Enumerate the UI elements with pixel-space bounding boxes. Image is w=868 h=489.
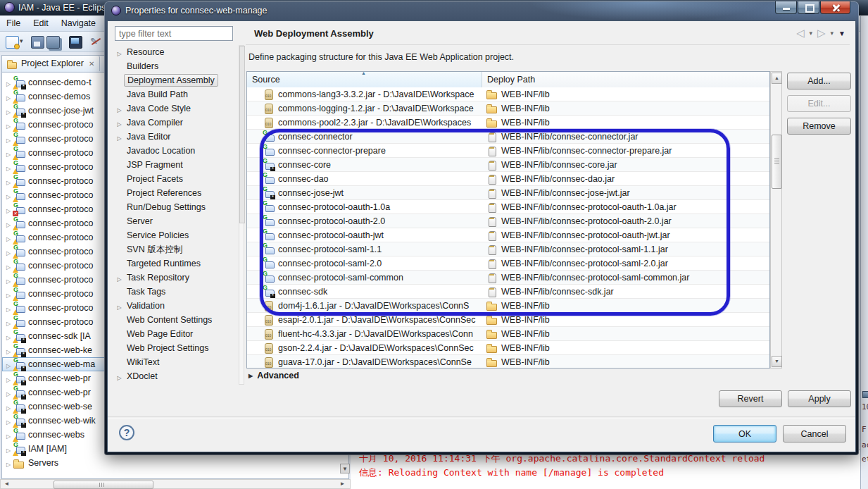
table-row[interactable]: connsec-connector-prepare WEB-INF/lib/co… [247, 144, 769, 158]
table-row[interactable]: gson-2.2.4.jar - D:\JavaIDE\Workspaces\C… [247, 341, 769, 355]
expand-arrow-icon[interactable] [4, 273, 13, 286]
new-wizard-icon[interactable] [6, 36, 19, 49]
expand-arrow-icon[interactable] [4, 189, 13, 202]
expand-arrow-icon[interactable] [4, 428, 13, 441]
expand-arrow-icon[interactable] [115, 130, 124, 143]
table-row[interactable]: dom4j-1.6.1.jar - D:\JavaIDE\Workspaces\… [247, 299, 769, 313]
expand-arrow-icon[interactable] [115, 342, 124, 354]
expand-arrow-icon[interactable] [115, 201, 124, 213]
filter-input[interactable] [115, 26, 233, 41]
expand-arrow-icon[interactable] [4, 217, 13, 230]
close-button[interactable] [820, 1, 850, 14]
expand-arrow-icon[interactable] [115, 328, 124, 340]
save-all-icon[interactable] [46, 36, 60, 49]
expand-arrow-icon[interactable] [115, 144, 124, 157]
explorer-horizontal-scrollbar[interactable] [0, 479, 351, 489]
scrollbar-thumb[interactable] [54, 481, 153, 489]
expand-arrow-icon[interactable] [4, 231, 13, 244]
expand-arrow-icon[interactable] [4, 203, 13, 216]
table-row[interactable]: connsec-sdk WEB-INF/lib/connsec-sdk.jar [247, 285, 769, 299]
expand-arrow-icon[interactable] [4, 400, 13, 413]
expand-arrow-icon[interactable] [4, 132, 13, 145]
scroll-right-icon[interactable] [338, 481, 347, 488]
table-row[interactable]: connsec-core WEB-INF/lib/connsec-core.ja… [247, 158, 769, 172]
expand-arrow-icon[interactable] [115, 314, 124, 326]
scroll-up-icon[interactable] [772, 73, 782, 84]
expand-arrow-icon[interactable] [4, 90, 13, 103]
table-row[interactable]: commons-pool2-2.3.jar - D:\JavaIDE\Works… [247, 116, 769, 130]
scrollbar-thumb[interactable] [772, 135, 782, 189]
expand-arrow-icon[interactable] [115, 116, 124, 129]
expand-arrow-icon[interactable] [115, 299, 124, 312]
forward-dropdown-icon[interactable]: ▾ [831, 30, 834, 37]
expand-arrow-icon[interactable] [4, 245, 13, 258]
back-dropdown-icon[interactable]: ▾ [809, 30, 812, 37]
properties-nav-item[interactable]: Javadoc Location [115, 144, 236, 158]
expand-arrow-icon[interactable] [4, 104, 13, 117]
pen-icon[interactable] [90, 36, 102, 47]
table-row[interactable]: connsec-protocol-oauth-jwt WEB-INF/lib/c… [247, 228, 769, 242]
table-row[interactable]: commons-lang3-3.3.2.jar - D:\JavaIDE\Wor… [247, 87, 769, 101]
column-header-deploy-path[interactable]: Deploy Path [482, 72, 769, 87]
expand-arrow-icon[interactable] [115, 187, 124, 199]
expand-arrow-icon[interactable] [115, 159, 124, 171]
properties-nav-item[interactable]: Project Facets [115, 172, 236, 186]
expand-arrow-icon[interactable] [4, 344, 13, 357]
properties-nav-item[interactable]: Web Page Editor [115, 327, 236, 341]
properties-nav-item[interactable]: Java Compiler [115, 116, 236, 130]
expand-arrow-icon[interactable] [115, 257, 124, 270]
expand-arrow-icon[interactable] [4, 175, 13, 187]
properties-nav-item[interactable]: Java Editor [115, 130, 236, 144]
expand-arrow-icon[interactable] [115, 370, 124, 383]
expand-arrow-icon[interactable] [4, 358, 13, 371]
nav-scrollbar[interactable] [239, 45, 244, 385]
properties-nav-item[interactable]: Java Code Style [115, 101, 236, 116]
explorer-scroll-down-icon[interactable] [340, 464, 350, 473]
expand-arrow-icon[interactable] [115, 243, 124, 256]
properties-nav-item[interactable]: Task Repository [115, 271, 236, 285]
properties-nav-item[interactable]: Task Tags [115, 285, 236, 299]
expand-arrow-icon[interactable] [115, 285, 124, 298]
remove-button[interactable]: Remove [787, 118, 851, 135]
console-icon[interactable] [69, 36, 82, 49]
help-button[interactable]: ? [119, 425, 134, 440]
table-vertical-scrollbar[interactable] [770, 71, 782, 369]
table-row[interactable]: fluent-hc-4.3.3.jar - D:\JavaIDE\Workspa… [247, 327, 769, 341]
expand-arrow-icon[interactable] [4, 414, 13, 427]
add-button[interactable]: Add... [787, 73, 851, 89]
new-wizard-dropdown-icon[interactable] [20, 36, 27, 47]
scroll-left-icon[interactable] [2, 481, 11, 488]
expand-arrow-icon[interactable] [4, 386, 13, 399]
advanced-section-toggle[interactable]: Advanced [249, 371, 299, 380]
expand-arrow-icon[interactable] [4, 316, 13, 328]
expand-arrow-icon[interactable] [115, 271, 124, 284]
properties-nav-item[interactable]: Service Policies [115, 228, 236, 242]
properties-nav-item[interactable]: Project References [115, 186, 236, 200]
expand-arrow-icon[interactable] [4, 457, 13, 469]
menu-item[interactable]: File [0, 18, 27, 28]
properties-nav-item[interactable]: Java Build Path [115, 87, 236, 101]
column-header-source[interactable]: Source [247, 72, 482, 87]
expand-arrow-icon[interactable] [115, 46, 124, 58]
explorer-tree-item[interactable]: Servers [2, 456, 348, 470]
table-row[interactable]: connsec-protocol-saml-2.0 WEB-INF/lib/co… [247, 256, 769, 271]
properties-nav-item[interactable]: Builders [115, 59, 236, 73]
expand-arrow-icon[interactable] [4, 330, 13, 342]
expand-arrow-icon[interactable] [115, 102, 124, 115]
expand-arrow-icon[interactable] [115, 74, 124, 87]
properties-nav-item[interactable]: Deployment Assembly [115, 73, 236, 87]
properties-nav-item[interactable]: XDoclet [115, 369, 236, 383]
expand-arrow-icon[interactable] [4, 161, 13, 173]
tab-project-explorer[interactable]: Project Explorer [2, 56, 100, 71]
expand-arrow-icon[interactable] [115, 88, 124, 101]
view-menu-icon[interactable]: ▼ [838, 30, 845, 37]
expand-arrow-icon[interactable] [4, 372, 13, 385]
expand-arrow-icon[interactable] [115, 60, 124, 73]
save-icon[interactable] [31, 36, 44, 49]
expand-arrow-icon[interactable] [115, 229, 124, 242]
menu-item[interactable]: Navigate [55, 18, 102, 28]
ok-button[interactable]: OK [713, 425, 776, 442]
forward-arrow-icon[interactable]: ▷ [817, 27, 826, 39]
menu-item[interactable]: Edit [27, 18, 55, 28]
table-row[interactable]: connsec-jose-jwt WEB-INF/lib/connsec-jos… [247, 186, 769, 200]
